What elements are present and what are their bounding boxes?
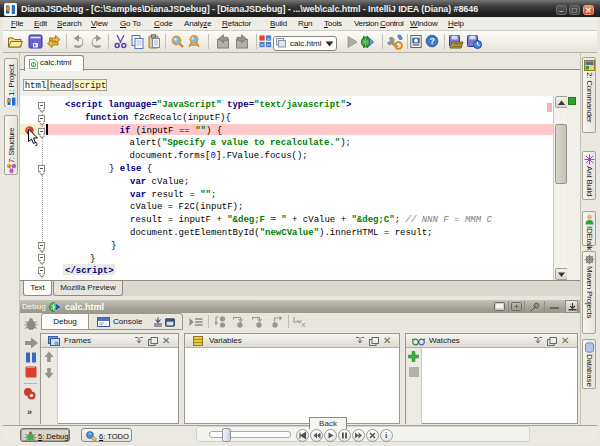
svg-text:?: ? xyxy=(429,36,434,46)
svg-text:x: x xyxy=(301,320,306,328)
